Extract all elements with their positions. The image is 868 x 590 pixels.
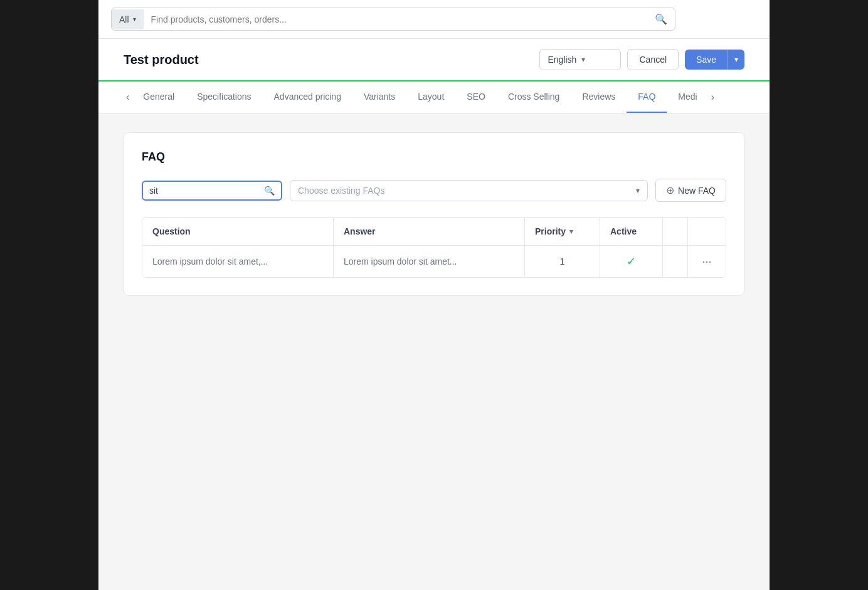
faq-search-wrapper: 🔍 — [142, 181, 282, 201]
save-button[interactable]: Save — [685, 50, 728, 70]
td-answer: Lorem ipsum dolor sit amet... — [334, 246, 525, 277]
td-question: Lorem ipsum dolor sit amet,... — [142, 246, 334, 277]
th-priority[interactable]: Priority ▾ — [525, 218, 600, 245]
td-empty-1 — [663, 246, 688, 277]
tab-specifications[interactable]: Specifications — [186, 82, 262, 113]
all-dropdown[interactable]: All ▾ — [112, 9, 144, 29]
cancel-button[interactable]: Cancel — [627, 49, 679, 70]
tab-general[interactable]: General — [132, 82, 186, 113]
faq-table: Question Answer Priority ▾ Active — [142, 217, 726, 278]
tab-next-button[interactable]: › — [709, 82, 717, 113]
page-header: Test product English ▾ Cancel Save ▾ — [98, 39, 770, 82]
save-dropdown-button[interactable]: ▾ — [728, 50, 744, 70]
table-header: Question Answer Priority ▾ Active — [142, 218, 726, 246]
check-icon: ✓ — [627, 255, 636, 268]
tab-cross-selling[interactable]: Cross Selling — [497, 82, 571, 113]
faq-search-input[interactable] — [149, 186, 259, 196]
search-icon: 🔍 — [647, 8, 675, 30]
tab-reviews[interactable]: Reviews — [571, 82, 627, 113]
chevron-down-icon: ▾ — [636, 186, 640, 195]
th-empty-2 — [688, 218, 726, 245]
tab-faq[interactable]: FAQ — [627, 82, 667, 113]
search-wrapper: All ▾ 🔍 — [111, 8, 675, 31]
save-btn-group: Save ▾ — [685, 50, 744, 70]
search-icon: 🔍 — [264, 186, 275, 196]
tab-variants[interactable]: Variants — [352, 82, 406, 113]
faq-card: FAQ 🔍 Choose existing FAQs ▾ ⊕ New FAQ — [124, 132, 744, 296]
tab-advanced-pricing[interactable]: Advanced pricing — [263, 82, 352, 113]
th-empty-1 — [663, 218, 688, 245]
choose-existing-faqs-dropdown[interactable]: Choose existing FAQs ▾ — [290, 180, 648, 201]
th-answer: Answer — [334, 218, 525, 245]
language-select[interactable]: English ▾ — [539, 49, 621, 70]
ellipsis-icon: ··· — [702, 255, 711, 268]
td-active: ✓ — [600, 246, 663, 277]
new-faq-button[interactable]: ⊕ New FAQ — [655, 179, 726, 202]
chevron-down-icon: ▾ — [133, 16, 136, 23]
td-priority: 1 — [525, 246, 600, 277]
page-title: Test product — [124, 53, 199, 67]
all-label: All — [119, 14, 129, 24]
td-actions-menu[interactable]: ··· — [688, 246, 726, 277]
tabs-container: ‹ General Specifications Advanced pricin… — [98, 82, 770, 113]
choose-faq-placeholder: Choose existing FAQs — [298, 186, 385, 196]
tab-prev-button[interactable]: ‹ — [124, 82, 132, 113]
tab-layout[interactable]: Layout — [406, 82, 455, 113]
language-label: English — [548, 55, 576, 65]
faq-section-title: FAQ — [142, 150, 726, 164]
tab-seo[interactable]: SEO — [455, 82, 497, 113]
top-bar: All ▾ 🔍 — [98, 0, 770, 39]
plus-circle-icon: ⊕ — [666, 184, 674, 196]
chevron-down-icon: ▾ — [581, 55, 585, 64]
th-question: Question — [142, 218, 334, 245]
th-active: Active — [600, 218, 663, 245]
faq-controls: 🔍 Choose existing FAQs ▾ ⊕ New FAQ — [142, 179, 726, 202]
tab-medi[interactable]: Medi — [667, 82, 708, 113]
global-search-input[interactable] — [144, 9, 647, 29]
main-content: FAQ 🔍 Choose existing FAQs ▾ ⊕ New FAQ — [98, 113, 770, 315]
table-row: Lorem ipsum dolor sit amet,... Lorem ips… — [142, 246, 726, 277]
sort-icon: ▾ — [569, 228, 573, 236]
header-actions: English ▾ Cancel Save ▾ — [539, 49, 744, 70]
